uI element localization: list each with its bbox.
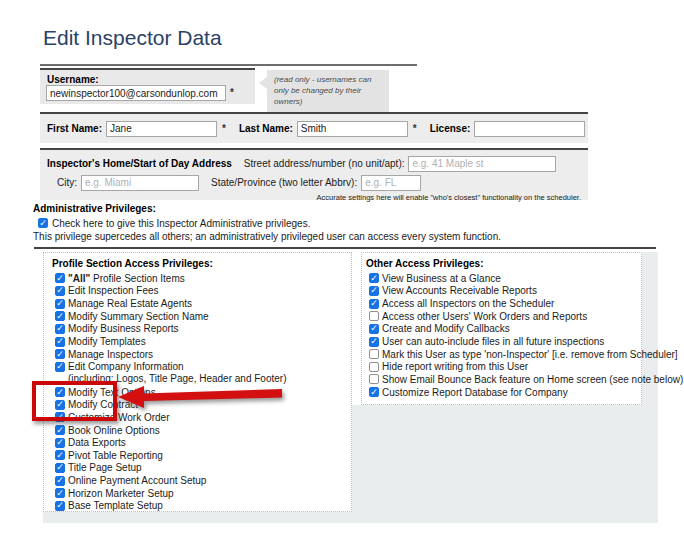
privilege-row: User can auto-include files in all futur… (362, 335, 641, 348)
admin-heading: Administrative Privileges: (33, 203, 501, 216)
privilege-label: Show Email Bounce Back feature on Home s… (382, 374, 683, 385)
privilege-checkbox[interactable] (369, 387, 379, 397)
privilege-row: "All" Profile Section Items (44, 272, 351, 285)
privilege-label: Customize Work Order (68, 412, 170, 423)
privilege-checkbox[interactable] (369, 349, 379, 359)
privilege-checkbox[interactable] (55, 488, 65, 498)
gray-fill (43, 512, 352, 523)
city-input[interactable] (81, 175, 199, 191)
privilege-checkbox[interactable] (55, 299, 65, 309)
privilege-checkbox[interactable] (55, 387, 65, 397)
privilege-row: Online Payment Account Setup (44, 474, 351, 487)
privilege-checkbox[interactable] (55, 349, 65, 359)
privilege-checkbox[interactable] (55, 273, 65, 283)
privilege-row: Base Template Setup (44, 500, 351, 513)
other-privileges-list: View Business at a Glance View Accounts … (362, 272, 641, 398)
privilege-checkbox[interactable] (55, 362, 65, 372)
city-label: City: (57, 177, 77, 188)
privilege-row: View Accounts Receivable Reports (362, 285, 641, 298)
gray-fill (352, 405, 658, 523)
profile-privileges-heading: Profile Section Access Privileges: (44, 258, 351, 272)
privilege-checkbox[interactable] (369, 286, 379, 296)
admin-checkbox[interactable] (38, 218, 48, 228)
privilege-row: Show Email Bounce Back feature on Home s… (362, 373, 641, 386)
privilege-checkbox[interactable] (55, 438, 65, 448)
privilege-label: Book Online Options (68, 425, 160, 436)
username-label: Username: (47, 74, 99, 85)
privilege-checkbox[interactable] (369, 337, 379, 347)
street-label: Street address/number (no unit/apt): (244, 158, 405, 169)
privilege-label: User can auto-include files in all futur… (382, 336, 604, 347)
privilege-checkbox[interactable] (55, 311, 65, 321)
privilege-row: Horizon Marketer Setup (44, 487, 351, 500)
privilege-row: Modify Contract (44, 398, 351, 411)
privilege-label: Customize Report Database for Company (382, 387, 568, 398)
privilege-row: Modify Text Options (44, 386, 351, 399)
scheduler-note: Accurate settings here will enable "who'… (47, 193, 581, 202)
privilege-row: Hide report writing from this User (362, 360, 641, 373)
tooltip-pointer-icon (259, 77, 267, 89)
privilege-checkbox[interactable] (369, 374, 379, 384)
username-input[interactable] (46, 85, 226, 101)
privilege-checkbox[interactable] (369, 324, 379, 334)
license-input[interactable] (474, 121, 585, 137)
privilege-label: Hide report writing from this User (382, 361, 528, 372)
privilege-row: Title Page Setup (44, 462, 351, 475)
privilege-label: Data Exports (68, 437, 126, 448)
privilege-row: Book Online Options (44, 424, 351, 437)
privilege-label: View Business at a Glance (382, 273, 501, 284)
admin-privileges-section: Administrative Privileges: Check here to… (33, 203, 501, 244)
username-required-mark: * (230, 87, 234, 98)
privilege-checkbox[interactable] (369, 311, 379, 321)
first-name-required-mark: * (222, 123, 226, 134)
edit-inspector-page: Edit Inspector Data Username: * (read on… (0, 0, 684, 542)
privilege-checkbox[interactable] (55, 400, 65, 410)
privilege-checkbox[interactable] (55, 476, 65, 486)
admin-checkbox-label: Check here to give this Inspector Admini… (52, 218, 310, 229)
first-name-input[interactable] (106, 121, 217, 137)
privilege-label: Access all Inspectors on the Scheduler (382, 298, 554, 309)
privilege-label: Modify Business Reports (68, 323, 179, 334)
privilege-label: Modify Templates (68, 336, 146, 347)
tooltip-text: (read only - usernames can only be chang… (274, 75, 371, 106)
privilege-label: Base Template Setup (68, 500, 163, 511)
privilege-checkbox[interactable] (55, 501, 65, 511)
section-divider (34, 247, 656, 249)
other-privileges-box: Other Access Privileges: View Business a… (361, 252, 642, 405)
privilege-checkbox[interactable] (55, 425, 65, 435)
state-input[interactable] (361, 175, 421, 191)
privilege-row: Manage Inspectors (44, 348, 351, 361)
admin-description: This privilege supercedes all others; an… (33, 231, 501, 244)
privilege-checkbox[interactable] (55, 337, 65, 347)
privilege-checkbox[interactable] (55, 324, 65, 334)
profile-privileges-list: "All" Profile Section Items Edit Inspect… (44, 272, 351, 512)
privilege-checkbox[interactable] (55, 412, 65, 422)
privilege-checkbox[interactable] (55, 450, 65, 460)
privilege-checkbox[interactable] (369, 362, 379, 372)
privilege-label: Modify Contract (68, 399, 138, 410)
privilege-label: Edit Company Information (68, 361, 184, 372)
privilege-row: Modify Business Reports (44, 323, 351, 336)
privilege-checkbox[interactable] (369, 299, 379, 309)
privilege-checkbox[interactable] (55, 463, 65, 473)
page-title: Edit Inspector Data (43, 26, 222, 50)
privilege-label: Manage Inspectors (68, 349, 153, 360)
privilege-label: "All" Profile Section Items (68, 273, 185, 284)
privilege-row: Manage Real Estate Agents (44, 297, 351, 310)
privilege-checkbox[interactable] (369, 273, 379, 283)
privilege-row: Modify Summary Section Name (44, 310, 351, 323)
privilege-label: Edit Inspection Fees (68, 285, 159, 296)
street-input[interactable] (408, 156, 556, 172)
privilege-label: Modify Summary Section Name (68, 311, 209, 322)
last-name-label: Last Name: (239, 123, 293, 134)
last-name-input[interactable] (297, 121, 408, 137)
privilege-label: Online Payment Account Setup (68, 475, 206, 486)
privilege-row: Mark this User as type 'non-Inspector' [… (362, 348, 641, 361)
other-privileges-heading: Other Access Privileges: (362, 258, 641, 272)
privilege-row: View Business at a Glance (362, 272, 641, 285)
privilege-row: Data Exports (44, 436, 351, 449)
privilege-checkbox[interactable] (55, 286, 65, 296)
privilege-row: Access other Users' Work Orders and Repo… (362, 310, 641, 323)
privilege-row: Customize Report Database for Company (362, 386, 641, 399)
last-name-required-mark: * (413, 123, 417, 134)
